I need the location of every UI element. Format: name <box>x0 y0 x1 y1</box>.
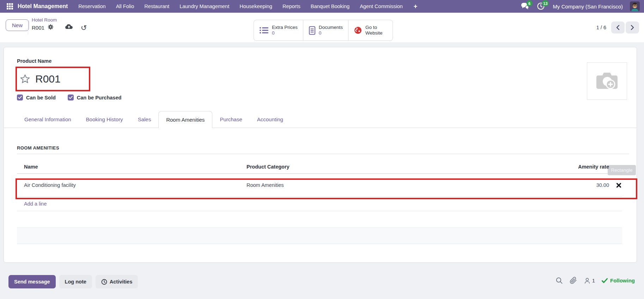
activities-count-badge: 13 <box>542 0 548 6</box>
search-icon <box>555 277 563 284</box>
menu-item-restaurant[interactable]: Restaurant <box>144 4 169 9</box>
activities-label: Activities <box>110 279 132 285</box>
can-be-purchased-checkbox[interactable]: Can be Purchased <box>68 94 122 100</box>
chatter-toolbar: Send message Log note Activities <box>8 275 138 288</box>
table-row[interactable]: Air Conditioning facility Room Amenities… <box>17 174 622 197</box>
menu-item-reservation[interactable]: Reservation <box>78 4 105 9</box>
chatter-topbar-right: 1 Following <box>555 277 635 284</box>
undo-icon[interactable]: ↺ <box>81 25 87 31</box>
record-pager: 1 / 6 <box>596 22 639 33</box>
tab-accounting[interactable]: Accounting <box>250 111 291 128</box>
attach-files-button[interactable] <box>570 277 577 284</box>
product-name-label: Product Name <box>17 58 51 64</box>
breadcrumb-current: R001 <box>32 25 44 31</box>
menu-item-agent-commission[interactable]: Agent Commission <box>360 4 403 9</box>
product-name-input[interactable]: R001 <box>35 73 61 85</box>
company-switcher[interactable]: My Company (San Francisco) <box>553 4 623 10</box>
menu-item-reports[interactable]: Reports <box>282 4 300 9</box>
go-to-website-label: Go to Website <box>365 25 387 36</box>
chevron-left-icon <box>616 25 620 30</box>
can-be-sold-label: Can be Sold <box>26 95 56 100</box>
search-messages-button[interactable] <box>555 277 563 284</box>
documents-label: Documents <box>319 25 343 30</box>
send-message-button[interactable]: Send message <box>8 275 56 288</box>
menu-item-banquet-booking[interactable]: Banquet Booking <box>311 4 350 9</box>
tab-room-amenities[interactable]: Room Amenities <box>158 111 212 128</box>
activities-button[interactable]: Activities <box>96 275 138 288</box>
delete-x-icon <box>616 183 621 188</box>
menu-item-laundry-management[interactable]: Laundry Management <box>180 4 229 9</box>
followers-person-icon <box>584 277 591 284</box>
divider <box>28 20 28 35</box>
new-button[interactable]: New <box>6 19 29 31</box>
column-header-name[interactable]: Name <box>17 164 247 170</box>
list-icon <box>259 26 269 34</box>
document-icon <box>309 26 316 35</box>
apps-grid-glyph <box>6 3 13 10</box>
tab-purchase[interactable]: Purchase <box>212 111 249 128</box>
stat-button-box: Extra Prices 0 Documents 0 <box>254 20 393 41</box>
pager-previous-button[interactable] <box>611 22 625 33</box>
followers-count: 1 <box>592 277 595 283</box>
column-header-amenity-rate[interactable]: Amenity rate <box>539 164 609 170</box>
camera-plus-icon <box>595 71 619 91</box>
breadcrumb: Hotel Room R001 <box>32 17 87 32</box>
delete-row-button[interactable] <box>615 182 622 189</box>
following-toggle[interactable]: Following <box>602 277 635 283</box>
chevron-right-icon <box>630 25 634 30</box>
checkbox-checked-icon <box>17 94 23 100</box>
form-sheet: Product Name R001 Can be Sold <box>4 47 637 263</box>
tab-general-information[interactable]: General Information <box>17 111 79 128</box>
following-label: Following <box>610 277 635 283</box>
amenities-table: Name Product Category Amenity rate Air C… <box>17 160 622 244</box>
extra-prices-label: Extra Prices <box>272 25 298 30</box>
annotation-rectangle-tooltip: Rectangle <box>608 165 636 175</box>
can-be-sold-checkbox[interactable]: Can be Sold <box>17 94 56 100</box>
can-be-purchased-label: Can be Purchased <box>77 95 122 100</box>
go-to-website-button[interactable]: Go to Website <box>348 20 393 41</box>
product-image-upload[interactable] <box>587 62 627 100</box>
top-navbar: Hotel Management Reservation All Folio R… <box>0 0 644 13</box>
activities-systray-button[interactable]: 13 <box>537 2 546 11</box>
favorite-star-icon[interactable] <box>20 74 30 84</box>
documents-button[interactable]: Documents 0 <box>303 20 348 41</box>
add-line-row: Add a line <box>17 197 622 211</box>
notebook-tabs: General Information Booking History Sale… <box>4 111 637 128</box>
cloud-save-icon[interactable] <box>65 24 73 32</box>
add-menu-plus-icon[interactable]: + <box>414 3 418 10</box>
annotation-rectangle-product-name: R001 <box>16 67 90 91</box>
following-check-icon <box>602 278 608 283</box>
messages-count-badge: 6 <box>527 0 533 6</box>
cell-amenity-rate[interactable]: 30.00 <box>539 182 609 188</box>
user-avatar[interactable] <box>630 1 640 11</box>
menu-item-housekeeping[interactable]: Housekeeping <box>239 4 272 9</box>
tab-sales[interactable]: Sales <box>130 111 159 128</box>
topbar-systray: 6 13 My Company (San Francisco) <box>521 1 640 11</box>
documents-count: 0 <box>319 30 343 36</box>
breadcrumb-parent-link[interactable]: Hotel Room <box>32 17 87 23</box>
column-header-product-category[interactable]: Product Category <box>247 164 539 170</box>
avatar-image <box>630 1 640 11</box>
divider <box>17 154 629 154</box>
main-menu: Reservation All Folio Restaurant Laundry… <box>78 3 417 10</box>
empty-table-row <box>17 211 622 228</box>
pager-next-button[interactable] <box>626 22 639 33</box>
globe-icon <box>354 26 362 35</box>
hotel-management-app: Hotel Management Reservation All Folio R… <box>0 0 644 299</box>
menu-item-all-folio[interactable]: All Folio <box>116 4 134 9</box>
log-note-button[interactable]: Log note <box>59 275 92 288</box>
followers-button[interactable]: 1 <box>584 277 595 284</box>
sale-purchase-toggles: Can be Sold Can be Purchased <box>17 94 121 100</box>
apps-grid-icon[interactable] <box>6 2 14 11</box>
cell-product-category[interactable]: Room Amenities <box>247 182 539 188</box>
app-title[interactable]: Hotel Management <box>18 3 68 10</box>
gear-icon[interactable] <box>48 24 54 31</box>
cell-amenity-name[interactable]: Air Conditioning facility <box>17 182 247 188</box>
extra-prices-button[interactable]: Extra Prices 0 <box>254 20 303 41</box>
activity-clock-icon <box>101 279 107 285</box>
add-a-line-link[interactable]: Add a line <box>24 201 47 207</box>
messages-button[interactable]: 6 <box>521 2 530 11</box>
control-panel: New Hotel Room R001 <box>0 13 644 42</box>
tab-booking-history[interactable]: Booking History <box>79 111 130 128</box>
paperclip-icon <box>570 277 577 284</box>
